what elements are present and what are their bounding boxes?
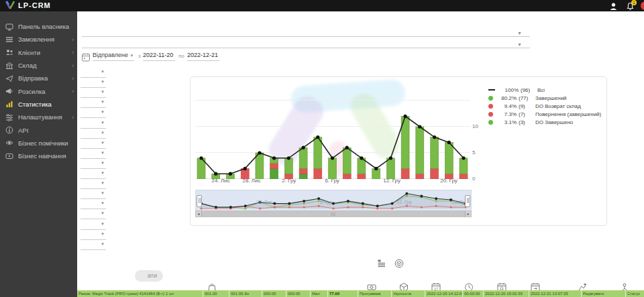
- table-cell: Статус: [626, 290, 644, 297]
- legend-label: Повернення (завершений): [535, 111, 601, 117]
- sidebar-item-10[interactable]: Бізнес помічники: [0, 137, 77, 150]
- from-word: з: [138, 53, 141, 59]
- navigator-left-handle[interactable]: [197, 195, 202, 207]
- mini-filter-select-17[interactable]: ▼: [80, 230, 106, 240]
- mini-filter-select-11[interactable]: ▼: [80, 169, 106, 179]
- chevron-down-icon: ▼: [101, 121, 105, 125]
- x-tick-label: 28. Лис: [243, 178, 261, 184]
- mini-filter-select-8[interactable]: ▼: [80, 139, 106, 149]
- settings-icon: [5, 113, 13, 121]
- brand-name: LP-CRM: [18, 1, 51, 9]
- lp-crm-app: LP-CRM 1 Панель власника Замовлення › Кл…: [0, 0, 644, 297]
- mini-filter-select-3[interactable]: ▼: [80, 88, 106, 98]
- legend-item-1[interactable]: 100%(96)Всі: [488, 86, 601, 94]
- sidebar-item-6[interactable]: Розсилка ›: [0, 84, 77, 97]
- sidebar-item-5[interactable]: Відправка ›: [0, 72, 77, 84]
- x-tick-label: 6. Гру: [325, 178, 339, 184]
- sidebar-item-4[interactable]: Склад ›: [0, 59, 77, 72]
- legend-label: Всі: [537, 87, 545, 93]
- mini-filter-select-4[interactable]: ▼: [80, 98, 106, 108]
- sidebar-item-label: Замовлення: [18, 36, 54, 43]
- chevron-right-icon: ›: [72, 62, 74, 69]
- navigator-tick-label: 5. Гру: [320, 200, 333, 204]
- mini-filter-select-15[interactable]: ▼: [80, 209, 106, 219]
- main-content: ▼ ▼ Відправлене ▼ з 2022-11-20 по 2022-1…: [77, 11, 644, 297]
- products-box-icon[interactable]: [394, 259, 404, 272]
- legend-item-3[interactable]: 9.4%(9)DO Возврат склад: [488, 102, 601, 110]
- chevron-down-icon: ▼: [101, 70, 105, 74]
- scroll-right-button[interactable]: ►: [466, 211, 471, 217]
- date-to-input[interactable]: 2022-12-21: [187, 52, 219, 61]
- mini-filter-select-12[interactable]: ▼: [80, 179, 106, 189]
- user-icon[interactable]: [609, 1, 618, 13]
- navigator-right-handle[interactable]: [465, 195, 470, 207]
- mini-filter-select-16[interactable]: ▼: [80, 220, 106, 230]
- table-cell: 001.00: [203, 290, 229, 297]
- sidebar-item-8[interactable]: Налаштування ›: [0, 111, 77, 123]
- mailing-icon: [5, 87, 13, 95]
- chart-legend: 100%(96)Всі80.2%(77)Завершений9.4%(9)DO …: [488, 86, 601, 126]
- legend-label: DO Завершено: [535, 119, 573, 125]
- sidebar-item-9[interactable]: API: [0, 123, 77, 136]
- sidebar-item-1[interactable]: Панель власника: [0, 20, 77, 33]
- y-tick-label: 10: [472, 123, 486, 129]
- chevron-down-icon: ▼: [101, 191, 105, 195]
- mini-filter-select-18[interactable]: ▼: [80, 240, 106, 250]
- scrollbar-thumb[interactable]: |||: [201, 211, 466, 217]
- sidebar-item-label: Панель власника: [18, 23, 69, 30]
- mini-filter-select-6[interactable]: ▼: [80, 119, 106, 129]
- legend-item-4[interactable]: 7.3%(7)Повернення (завершений): [488, 110, 601, 118]
- x-tick-label: 24. Лис: [212, 178, 230, 184]
- legend-dot-marker: [488, 104, 493, 109]
- legend-count: (77): [519, 95, 533, 101]
- sidebar-item-11[interactable]: Бізнес навчання: [0, 150, 77, 162]
- mini-filter-select-14[interactable]: ▼: [80, 199, 106, 209]
- date-mode-select[interactable]: Відправлене ▼: [93, 52, 134, 61]
- chevron-down-icon: ▼: [101, 110, 105, 114]
- legend-item-2[interactable]: 80.2%(77)Завершений: [488, 94, 601, 102]
- mini-filter-select-5[interactable]: ▼: [80, 108, 106, 118]
- mini-filter-select-7[interactable]: ▼: [80, 129, 106, 139]
- chevron-down-icon: ▼: [101, 80, 105, 84]
- dashboard-icon: [5, 23, 13, 31]
- legend-dot-marker: [488, 112, 493, 117]
- chevron-down-icon: ▼: [517, 42, 522, 47]
- sidebar-item-3[interactable]: Клієнти ›: [0, 46, 77, 59]
- sidebar-item-7[interactable]: Статистика: [0, 98, 77, 111]
- date-from-input[interactable]: 2022-11-20: [143, 52, 175, 61]
- navigator-tick-label: 12. Гру: [396, 200, 411, 204]
- table-cell: Редагувати: [582, 290, 626, 297]
- helpers-icon: [5, 139, 13, 147]
- mini-filter-select-9[interactable]: ▼: [80, 149, 106, 159]
- chevron-down-icon: ▼: [101, 181, 105, 185]
- table-cell: 000.00: [262, 290, 286, 297]
- sidebar-item-2[interactable]: Замовлення ›: [0, 33, 77, 46]
- chevron-down-icon: ▼: [101, 171, 105, 175]
- table-cell: 77.00: [328, 290, 358, 297]
- scroll-left-button[interactable]: ◄: [196, 211, 201, 217]
- chevron-down-icon: ▼: [101, 100, 105, 104]
- mini-filter-select-10[interactable]: ▼: [80, 159, 106, 169]
- sidebar-item-label: API: [18, 127, 28, 134]
- table-cell: 00:00:00: [463, 290, 484, 297]
- topbar: LP-CRM 1: [0, 0, 644, 11]
- filter-select-2[interactable]: ▼: [82, 41, 530, 48]
- mini-filter-select-2[interactable]: ▼: [80, 78, 106, 88]
- stacked-bar-chart: [195, 82, 470, 179]
- sidebar-item-label: Розсилка: [18, 88, 46, 95]
- chevron-down-icon: ▼: [129, 54, 133, 58]
- legend-item-5[interactable]: 3.1%(3)DO Завершено: [488, 118, 601, 126]
- alert-avatar-icon[interactable]: [641, 1, 644, 10]
- table-cell: 001.00 Зн: [229, 290, 262, 297]
- table-row[interactable]: Разом: Magic Track (PRO-треки) 4141464 (…: [77, 290, 644, 297]
- legend-pct: 7.3%: [496, 111, 517, 117]
- filter-select-1[interactable]: ▼: [82, 29, 530, 37]
- orders-list-icon[interactable]: [377, 259, 386, 272]
- mini-filter-select-13[interactable]: ▼: [80, 189, 106, 199]
- warehouse-icon: [5, 62, 13, 70]
- mini-filter-select-1[interactable]: ▼: [80, 68, 106, 78]
- chevron-down-icon: ▼: [101, 232, 105, 236]
- legend-pct: 9.4%: [496, 103, 517, 109]
- chevron-right-icon: ›: [72, 36, 74, 43]
- search-button[interactable]: ати: [135, 270, 163, 282]
